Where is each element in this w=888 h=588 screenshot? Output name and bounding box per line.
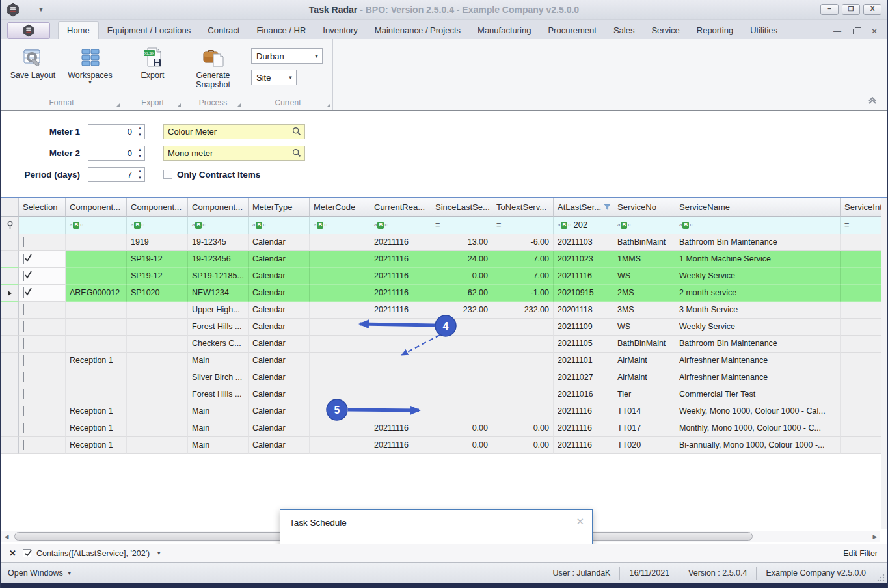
table-row[interactable]: Upper High...Calendar20211116232.00232.0… bbox=[1, 302, 887, 319]
filter-cell-serviceinte[interactable]: = bbox=[841, 217, 887, 234]
row-select-checkbox[interactable] bbox=[23, 423, 24, 433]
resize-grip[interactable] bbox=[877, 574, 885, 581]
meter2-spin-down-icon[interactable]: ▼ bbox=[135, 153, 144, 160]
meter1-spin-down-icon[interactable]: ▼ bbox=[135, 131, 144, 139]
abc-filter-icon[interactable]: aBc bbox=[617, 217, 630, 234]
table-row[interactable]: Forest Hills ...Calendar20211109WSWeekly… bbox=[1, 319, 887, 336]
filter-cell-serviceno[interactable]: aBc bbox=[613, 217, 675, 234]
column-header-serviceno[interactable]: ServiceNo bbox=[613, 198, 675, 217]
vertical-scrollbar[interactable] bbox=[881, 198, 887, 529]
tab-finance-hr[interactable]: Finance / HR bbox=[248, 22, 314, 39]
column-header-component[interactable]: Component... bbox=[127, 198, 188, 217]
filter-cell-metercode[interactable]: aBc bbox=[310, 217, 370, 234]
collapse-ribbon-icon[interactable] bbox=[867, 97, 878, 105]
row-select-checkbox[interactable] bbox=[23, 321, 24, 332]
column-header-selection[interactable]: Selection bbox=[19, 198, 66, 217]
filter-cell-sincelastse[interactable]: = bbox=[431, 217, 492, 234]
column-header-tonextserv[interactable]: ToNextServ... bbox=[492, 198, 554, 217]
filter-cell-servicename[interactable]: aBc bbox=[675, 217, 841, 234]
only-contract-items-checkbox[interactable]: Only Contract Items bbox=[163, 170, 260, 180]
tab-home[interactable]: Home bbox=[58, 21, 99, 39]
row-select-checkbox[interactable] bbox=[23, 440, 24, 450]
table-row[interactable]: AREG000012SP1020NEW1234Calendar202111166… bbox=[1, 285, 887, 302]
dialog-close-icon[interactable]: ✕ bbox=[576, 516, 584, 528]
workspaces-button[interactable]: Workspaces ▼ bbox=[63, 43, 118, 85]
export-button[interactable]: XLSX Export bbox=[126, 43, 180, 80]
open-windows-button[interactable]: Open Windows▼ bbox=[8, 568, 72, 578]
abc-filter-icon[interactable]: aBc bbox=[679, 217, 692, 234]
search-icon[interactable] bbox=[292, 127, 301, 136]
abc-filter-icon[interactable]: aBc bbox=[192, 217, 205, 234]
edit-filter-link[interactable]: Edit Filter bbox=[843, 549, 878, 558]
close-button[interactable]: X bbox=[863, 4, 881, 15]
row-select-checkbox[interactable] bbox=[23, 406, 24, 416]
table-row[interactable]: SP19-1219-123456Calendar2021111624.007.0… bbox=[1, 251, 887, 268]
table-row[interactable]: Reception 1MainCalendar202111160.000.002… bbox=[1, 437, 887, 454]
meter1-spin-up-icon[interactable]: ▲ bbox=[135, 125, 144, 132]
meter2-search-field[interactable]: Mono meter bbox=[163, 146, 305, 161]
column-header-servicename[interactable]: ServiceName bbox=[675, 198, 841, 217]
row-select-checkbox[interactable] bbox=[23, 389, 24, 399]
checkbox-box[interactable] bbox=[163, 170, 172, 179]
format-dialog-launcher-icon[interactable] bbox=[116, 103, 120, 107]
tab-equipment-locations[interactable]: Equipment / Locations bbox=[99, 22, 200, 39]
column-filter-funnel-icon[interactable] bbox=[604, 204, 610, 210]
scroll-right-icon[interactable]: ▶ bbox=[870, 533, 880, 540]
abc-filter-icon[interactable]: aBc bbox=[374, 217, 387, 234]
column-header-serviceinte[interactable]: ServiceInte... bbox=[841, 198, 887, 217]
meter1-spinner[interactable]: 0 ▲▼ bbox=[88, 124, 145, 139]
filter-cell-atlastser[interactable]: aBc202 bbox=[554, 217, 613, 234]
row-select-checkbox[interactable] bbox=[23, 287, 24, 298]
save-layout-button[interactable]: Save Layout bbox=[6, 43, 61, 80]
tab-procurement[interactable]: Procurement bbox=[539, 22, 604, 39]
column-header-sincelastse[interactable]: SinceLastSe... bbox=[431, 198, 492, 217]
clear-filter-icon[interactable]: ✕ bbox=[9, 548, 16, 558]
period-days-spinner[interactable]: 7 ▲▼ bbox=[88, 167, 145, 182]
column-header-currentrea[interactable]: CurrentRea... bbox=[370, 198, 431, 217]
table-row[interactable]: Silver Birch ...Calendar20211027AirMaint… bbox=[1, 369, 887, 386]
mdi-minimize-icon[interactable]: — bbox=[833, 27, 841, 35]
column-header-atlastser[interactable]: AtLastSer... bbox=[554, 198, 613, 217]
period-spin-up-icon[interactable]: ▲ bbox=[135, 168, 144, 175]
mdi-close-icon[interactable]: ✕ bbox=[871, 27, 878, 35]
process-dialog-launcher-icon[interactable] bbox=[237, 103, 241, 107]
table-row[interactable]: 191919-12345Calendar2021111613.00-6.0020… bbox=[1, 234, 887, 251]
table-row[interactable]: SP19-12SP19-12185...Calendar202111160.00… bbox=[1, 268, 887, 285]
filter-cell-metertype[interactable]: aBc bbox=[249, 217, 310, 234]
table-row[interactable]: Checkers C...Calendar20211105BathBinMain… bbox=[1, 336, 887, 353]
meter2-spinner[interactable]: 0 ▲▼ bbox=[88, 146, 145, 161]
tab-service[interactable]: Service bbox=[643, 22, 688, 39]
filter-cell-currentrea[interactable]: aBc bbox=[370, 217, 431, 234]
meter2-spin-up-icon[interactable]: ▲ bbox=[135, 146, 144, 154]
abc-filter-icon[interactable]: aBc bbox=[558, 217, 571, 234]
filter-cell-selection[interactable] bbox=[19, 217, 66, 234]
filter-cell-tonextserv[interactable]: = bbox=[492, 217, 554, 234]
abc-filter-icon[interactable]: aBc bbox=[70, 217, 83, 234]
tab-utilities[interactable]: Utilities bbox=[742, 22, 786, 39]
table-row[interactable]: Forest Hills ...Calendar20211016TierComm… bbox=[1, 386, 887, 403]
minimize-button[interactable]: – bbox=[820, 4, 839, 15]
period-spin-down-icon[interactable]: ▼ bbox=[135, 174, 144, 181]
filter-expression-text[interactable]: Contains([AtLastService], '202') bbox=[36, 549, 150, 558]
row-select-checkbox[interactable] bbox=[23, 338, 24, 349]
table-row[interactable]: Reception 1MainCalendar202111160.000.002… bbox=[1, 420, 887, 437]
tab-contract[interactable]: Contract bbox=[199, 22, 248, 39]
application-button[interactable] bbox=[7, 22, 50, 39]
column-header-metercode[interactable]: MeterCode bbox=[310, 198, 370, 217]
filter-cell-component[interactable]: aBc bbox=[66, 217, 127, 234]
filter-dropdown-caret-icon[interactable]: ▼ bbox=[156, 550, 161, 556]
column-header-metertype[interactable]: MeterType bbox=[249, 198, 310, 217]
row-select-checkbox[interactable] bbox=[23, 254, 24, 264]
row-select-checkbox[interactable] bbox=[23, 237, 24, 247]
generate-snapshot-button[interactable]: Generate Snapshot bbox=[186, 43, 241, 89]
column-header-component[interactable]: Component... bbox=[188, 198, 249, 217]
table-row[interactable]: Reception 1MainCalendar20211101AirMaintA… bbox=[1, 353, 887, 369]
row-select-checkbox[interactable] bbox=[23, 355, 24, 366]
grid-filter-row[interactable]: aBcaBcaBcaBcaBcaBc==aBc202aBcaBc= bbox=[1, 217, 887, 234]
scroll-left-icon[interactable]: ◀ bbox=[1, 533, 12, 540]
row-select-checkbox[interactable] bbox=[23, 304, 24, 315]
tab-sales[interactable]: Sales bbox=[605, 22, 643, 39]
filter-cell-component[interactable]: aBc bbox=[127, 217, 188, 234]
current-dialog-launcher-icon[interactable] bbox=[327, 103, 330, 107]
tab-reporting[interactable]: Reporting bbox=[688, 22, 742, 39]
